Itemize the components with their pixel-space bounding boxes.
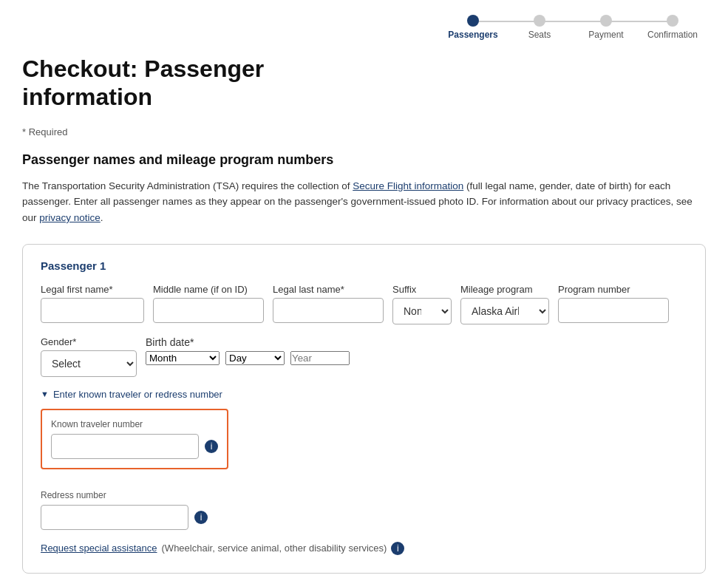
first-name-group: Legal first name* — [41, 284, 144, 324]
special-assistance-link[interactable]: Request special assistance — [41, 543, 157, 554]
redress-input[interactable] — [41, 505, 188, 530]
suffix-group: Suffix None Jr. Sr. II III — [392, 284, 452, 324]
progress-step-confirmation: Confirmation — [639, 15, 706, 40]
special-assistance: Request special assistance (Wheelchair, … — [41, 542, 687, 555]
step-dot-passengers — [467, 15, 479, 27]
privacy-notice-link[interactable]: privacy notice — [39, 212, 101, 223]
redress-input-row: i — [41, 505, 687, 530]
mileage-group: Mileage program Alaska Airlines American… — [460, 284, 549, 324]
step-label-confirmation: Confirmation — [647, 30, 698, 40]
known-traveler-section: Known traveler number i — [41, 409, 228, 469]
gender-select[interactable]: Select Male Female Unspecified — [41, 350, 137, 377]
middle-name-group: Middle name (if on ID) — [153, 284, 264, 324]
description-text: The Transportation Security Administrati… — [22, 178, 706, 226]
first-name-label: Legal first name* — [41, 284, 144, 295]
redress-section: Redress number i — [41, 490, 687, 530]
middle-name-label: Middle name (if on ID) — [153, 284, 264, 295]
step-label-passengers: Passengers — [448, 30, 497, 40]
progress-step-seats: Seats — [506, 15, 573, 40]
birth-date-fields: Month January February March April May J… — [146, 351, 350, 365]
last-name-group: Legal last name* — [273, 284, 384, 324]
step-dot-seats — [534, 15, 545, 27]
step-label-payment: Payment — [588, 30, 623, 40]
redress-label: Redress number — [41, 490, 687, 500]
program-number-input[interactable] — [558, 298, 669, 323]
special-assistance-note: (Wheelchair, service animal, other disab… — [162, 543, 387, 554]
progress-bar: Passengers Seats Payment Confirmation — [22, 15, 706, 40]
first-name-input[interactable] — [41, 298, 144, 323]
birth-date-label: Birth date* — [146, 336, 350, 348]
required-note: * Required — [22, 126, 706, 137]
birth-month-select[interactable]: Month January February March April May J… — [146, 351, 220, 365]
page-wrapper: Passengers Seats Payment Confirmation Ch… — [0, 0, 728, 578]
step-dot-confirmation — [667, 15, 678, 27]
birth-year-input[interactable] — [290, 351, 350, 365]
special-assistance-info-icon[interactable]: i — [391, 542, 404, 555]
program-number-label: Program number — [558, 284, 669, 295]
section-title: Passenger names and mileage program numb… — [22, 152, 706, 168]
passenger-card: Passenger 1 Legal first name* Middle nam… — [22, 244, 706, 574]
suffix-label: Suffix — [392, 284, 452, 295]
birth-day-select[interactable]: Day — [225, 351, 285, 365]
birth-date-group: Birth date* Month January February March… — [146, 336, 350, 377]
page-title: Checkout: Passenger information — [22, 55, 706, 112]
last-name-label: Legal last name* — [273, 284, 384, 295]
known-traveler-input-row: i — [51, 434, 218, 459]
gender-group: Gender* Select Male Female Unspecified — [41, 336, 137, 377]
mileage-select[interactable]: Alaska Airlines American Airlines Delta … — [460, 298, 549, 324]
name-fields-row: Legal first name* Middle name (if on ID)… — [41, 284, 687, 324]
gender-label: Gender* — [41, 336, 137, 347]
progress-step-passengers: Passengers — [440, 15, 506, 40]
redress-info-icon[interactable]: i — [194, 511, 208, 524]
step-label-seats: Seats — [528, 30, 551, 40]
middle-name-input[interactable] — [153, 298, 264, 323]
known-traveler-info-icon[interactable]: i — [205, 440, 218, 453]
last-name-input[interactable] — [273, 298, 384, 323]
mileage-label: Mileage program — [460, 284, 549, 295]
program-number-group: Program number — [558, 284, 669, 324]
passenger-card-title: Passenger 1 — [41, 259, 687, 272]
step-dot-payment — [600, 15, 612, 27]
secure-flight-link[interactable]: Secure Flight information — [353, 180, 463, 191]
known-traveler-toggle[interactable]: ▼ Enter known traveler or redress number — [41, 389, 687, 400]
suffix-select[interactable]: None Jr. Sr. II III — [392, 298, 452, 324]
toggle-arrow-icon: ▼ — [41, 390, 49, 398]
known-traveler-label: Known traveler number — [51, 419, 218, 429]
known-traveler-input[interactable] — [51, 434, 199, 459]
known-traveler-toggle-link[interactable]: Enter known traveler or redress number — [53, 389, 222, 400]
gender-birthdate-row: Gender* Select Male Female Unspecified B… — [41, 336, 687, 377]
progress-step-payment: Payment — [573, 15, 639, 40]
